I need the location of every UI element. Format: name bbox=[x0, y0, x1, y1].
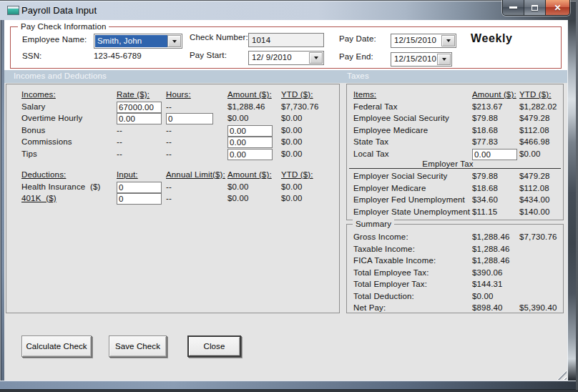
income-ytd: $0.00 bbox=[281, 150, 336, 158]
pay-date-dropdown-button[interactable] bbox=[441, 35, 455, 46]
tax-amount: $77.83 bbox=[472, 137, 519, 146]
tax-row: Employer Social Security $79.88 $479.28 bbox=[353, 172, 560, 183]
rate-col-header: Rate ($): bbox=[117, 90, 166, 99]
items-col-header: Items: bbox=[353, 90, 472, 99]
summary-label: Taxable Income: bbox=[353, 245, 472, 253]
income-label: Overtime Hourly bbox=[21, 114, 117, 122]
summary-amount: $898.40 bbox=[472, 303, 519, 312]
summary-amount: $1,288.46 bbox=[472, 256, 519, 265]
minimize-button[interactable] bbox=[503, 0, 524, 15]
deduction-row-health: Health Insurance ($) -- $0.00 $0.00 bbox=[21, 182, 336, 194]
chevron-down-icon bbox=[172, 40, 177, 43]
pay-start-dropdown-button[interactable] bbox=[309, 52, 323, 64]
tax-ytd: $1,282.02 bbox=[519, 102, 560, 111]
commissions-amount-input[interactable] bbox=[227, 137, 273, 148]
income-hours: -- bbox=[166, 126, 227, 134]
summary-label: Total Deduction: bbox=[353, 292, 472, 300]
tax-amount: $79.88 bbox=[472, 172, 519, 180]
income-rate: -- bbox=[117, 150, 166, 158]
calculate-check-button[interactable]: Calculate Check bbox=[21, 335, 92, 357]
summary-label: Total Employee Tax: bbox=[353, 268, 472, 277]
income-hours: -- bbox=[166, 102, 227, 111]
deduction-ytd: $0.00 bbox=[281, 182, 336, 191]
pay-date-picker[interactable]: 12/15/2010 bbox=[391, 34, 456, 48]
tax-ytd: $112.08 bbox=[519, 126, 560, 134]
pay-end-picker[interactable]: 12/15/2010 bbox=[391, 52, 452, 67]
tax-row: Employer Fed Unemployment $34.60 $434.00 bbox=[353, 195, 560, 207]
summary-row: Net Pay: $898.40 $5,390.40 bbox=[353, 303, 560, 315]
resize-grip[interactable] bbox=[554, 368, 567, 380]
close-button[interactable]: ✕ bbox=[546, 0, 569, 15]
summary-label: Gross Income: bbox=[353, 232, 472, 241]
window-border-right bbox=[567, 20, 576, 381]
taxes-panel: Items: Amount ($): YTD ($): Federal Tax … bbox=[346, 84, 564, 220]
check-number-label: Check Number: bbox=[190, 33, 248, 41]
bonus-amount-input[interactable] bbox=[227, 125, 273, 137]
salary-rate-input[interactable] bbox=[117, 102, 162, 113]
ytd-col-header: YTD ($): bbox=[281, 170, 336, 179]
employee-name-dropdown-button[interactable] bbox=[167, 35, 181, 47]
section-band: Incomes and Deductions Taxes bbox=[4, 70, 567, 83]
overtime-rate-input[interactable] bbox=[117, 113, 162, 124]
paycheck-info-group: Pay Check Information Employee Name: Smi… bbox=[10, 26, 562, 69]
save-check-button[interactable]: Save Check bbox=[109, 335, 167, 357]
deduction-ytd: $0.00 bbox=[281, 194, 336, 202]
taxes-header-row: Items: Amount ($): YTD ($): bbox=[353, 90, 560, 102]
pay-start-picker[interactable]: 12/ 9/2010 bbox=[248, 51, 324, 65]
pay-end-dropdown-button[interactable] bbox=[437, 54, 451, 65]
income-row-bonus: Bonus -- -- $0.00 bbox=[21, 126, 336, 137]
title-bar[interactable]: Payroll Data Input bbox=[0, 0, 578, 20]
income-row-commissions: Commissions -- -- $0.00 bbox=[21, 137, 336, 149]
close-check-button[interactable]: Close bbox=[187, 335, 241, 357]
tax-amount: $18.68 bbox=[472, 184, 519, 192]
incomes-section-header: Incomes and Deductions bbox=[14, 72, 107, 80]
chevron-down-icon bbox=[442, 58, 446, 61]
401k-input[interactable] bbox=[117, 193, 162, 205]
summary-row: Gross Income: $1,288.46 $7,730.76 bbox=[353, 232, 560, 244]
tax-ytd: $0.00 bbox=[519, 150, 560, 158]
employee-name-label: Employee Name: bbox=[22, 35, 87, 44]
pay-start-label: Pay Start: bbox=[190, 51, 227, 59]
employee-name-combobox[interactable]: Smith, John bbox=[94, 34, 182, 49]
tax-row: Employer State Unemployment $11.15 $140.… bbox=[353, 207, 560, 219]
tips-amount-input[interactable] bbox=[227, 149, 273, 160]
overtime-hours-input[interactable] bbox=[166, 113, 213, 124]
employer-tax-caption: Employer Tax bbox=[347, 160, 549, 168]
summary-amount: $1,288.46 bbox=[472, 245, 519, 253]
income-row-tips: Tips -- -- $0.00 bbox=[21, 150, 336, 161]
health-insurance-input[interactable] bbox=[117, 182, 162, 193]
amount-col-header: Amount ($): bbox=[227, 90, 281, 99]
summary-label: Total Employer Tax: bbox=[353, 280, 472, 288]
employer-tax-divider bbox=[349, 168, 561, 169]
tax-row: Employee Social Security $79.88 $479.28 bbox=[353, 114, 560, 125]
incomes-deductions-panel: Incomes: Rate ($): Hours: Amount ($): YT… bbox=[6, 84, 340, 313]
tax-label: Employer Medicare bbox=[353, 184, 472, 192]
taxes-section-header: Taxes bbox=[347, 72, 369, 80]
pay-date-label: Pay Date: bbox=[339, 34, 376, 43]
income-label: Bonus bbox=[21, 126, 117, 134]
window-title: Payroll Data Input bbox=[21, 5, 97, 16]
chevron-down-icon bbox=[446, 39, 451, 42]
income-row-overtime: Overtime Hourly $0.00 $0.00 bbox=[21, 114, 336, 125]
tax-amount: $11.15 bbox=[472, 207, 519, 216]
window-border-bottom bbox=[0, 381, 578, 390]
summary-row: FICA Taxable Income: $1,288.46 bbox=[353, 256, 560, 268]
ytd-col-header: YTD ($): bbox=[281, 90, 336, 99]
tax-ytd: $479.28 bbox=[519, 114, 560, 122]
tax-ytd: $434.00 bbox=[519, 195, 560, 204]
deduction-label: Health Insurance ($) bbox=[21, 182, 117, 191]
employee-name-value: Smith, John bbox=[95, 35, 169, 47]
incomes-col-header: Incomes: bbox=[21, 90, 117, 99]
app-icon bbox=[7, 6, 19, 15]
summary-amount: $390.06 bbox=[472, 268, 519, 277]
local-tax-input[interactable] bbox=[472, 149, 517, 160]
input-col-header: Input: bbox=[117, 170, 166, 179]
incomes-header-row: Incomes: Rate ($): Hours: Amount ($): YT… bbox=[21, 90, 336, 102]
tax-ytd: $466.98 bbox=[519, 137, 560, 146]
maximize-button[interactable] bbox=[524, 0, 546, 15]
income-label: Commissions bbox=[21, 137, 117, 146]
check-number-input[interactable] bbox=[248, 33, 324, 47]
summary-row: Total Employee Tax: $390.06 bbox=[353, 268, 560, 280]
chevron-down-icon bbox=[314, 57, 318, 59]
pay-end-label: Pay End: bbox=[339, 52, 373, 61]
